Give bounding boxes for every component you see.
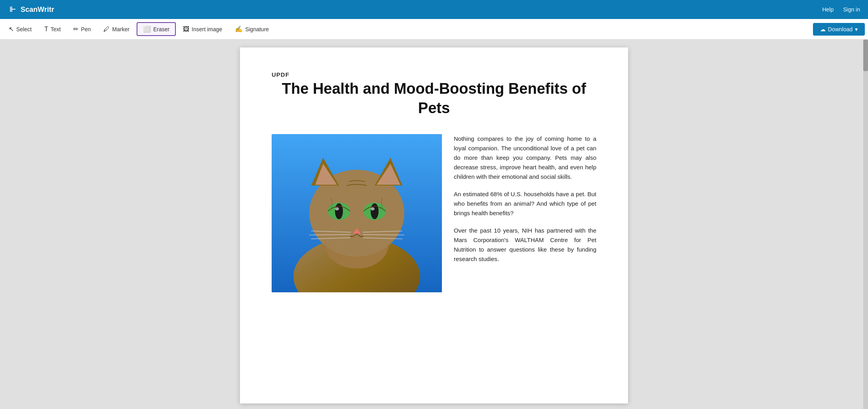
pen-icon: ✏: [73, 25, 78, 33]
signature-label: Signature: [245, 26, 269, 32]
document-page: UPDF The Health and Mood-Boosting Benefi…: [240, 47, 628, 403]
paragraph-1: Nothing compares to the joy of coming ho…: [454, 134, 596, 182]
document-text: Nothing compares to the joy of coming ho…: [454, 134, 596, 292]
pen-button[interactable]: ✏ Pen: [68, 23, 96, 35]
download-icon: ☁: [820, 26, 826, 32]
select-icon: ↖: [9, 25, 14, 33]
signature-button[interactable]: ✍ Signature: [229, 23, 274, 35]
signature-icon: ✍: [235, 25, 243, 33]
insert-image-button[interactable]: 🖼 Insert image: [177, 23, 228, 35]
text-label: Text: [51, 26, 61, 32]
signin-link[interactable]: Sign in: [843, 6, 860, 13]
document-title: The Health and Mood-Boosting Benefits of…: [272, 71, 596, 118]
text-icon: T: [44, 26, 48, 33]
svg-point-13: [371, 207, 375, 210]
download-button[interactable]: ☁ Download ▾: [813, 23, 865, 36]
document-label: UPDF: [272, 71, 289, 78]
eraser-icon: ⬜: [143, 25, 151, 33]
insert-image-icon: 🖼: [183, 26, 189, 33]
document-image: [272, 134, 442, 292]
select-button[interactable]: ↖ Select: [3, 23, 37, 35]
scrollbar-thumb[interactable]: [863, 40, 868, 71]
marker-label: Marker: [112, 26, 129, 32]
svg-point-12: [371, 203, 379, 219]
marker-icon: 🖊: [103, 26, 110, 33]
topbar: ⊩ ScanWritr Help Sign in: [0, 0, 868, 19]
scrollbar[interactable]: [863, 40, 868, 409]
svg-point-9: [335, 203, 343, 219]
eraser-label: Eraser: [153, 26, 169, 32]
marker-button[interactable]: 🖊 Marker: [98, 23, 135, 35]
insert-image-label: Insert image: [192, 26, 222, 32]
logo-text: ScanWritr: [21, 6, 54, 14]
select-label: Select: [16, 26, 32, 32]
cat-image: [272, 134, 442, 292]
download-chevron-icon: ▾: [855, 26, 858, 32]
logo-icon: ⊩: [8, 5, 17, 14]
pen-label: Pen: [81, 26, 91, 32]
main-content: UPDF The Health and Mood-Boosting Benefi…: [0, 40, 868, 409]
paragraph-2: An estimated 68% of U.S. households have…: [454, 189, 596, 218]
paragraph-3: Over the past 10 years, NIH has partnere…: [454, 226, 596, 264]
download-label: Download: [828, 26, 853, 32]
toolbar: ↖ Select T Text ✏ Pen 🖊 Marker ⬜ Eraser …: [0, 19, 868, 40]
nav-right: Help Sign in: [822, 6, 860, 13]
help-link[interactable]: Help: [822, 6, 834, 13]
logo: ⊩ ScanWritr: [8, 5, 54, 14]
document-content: Nothing compares to the joy of coming ho…: [272, 134, 596, 292]
svg-point-10: [335, 207, 339, 210]
text-button[interactable]: T Text: [39, 23, 66, 35]
eraser-button[interactable]: ⬜ Eraser: [137, 22, 176, 36]
